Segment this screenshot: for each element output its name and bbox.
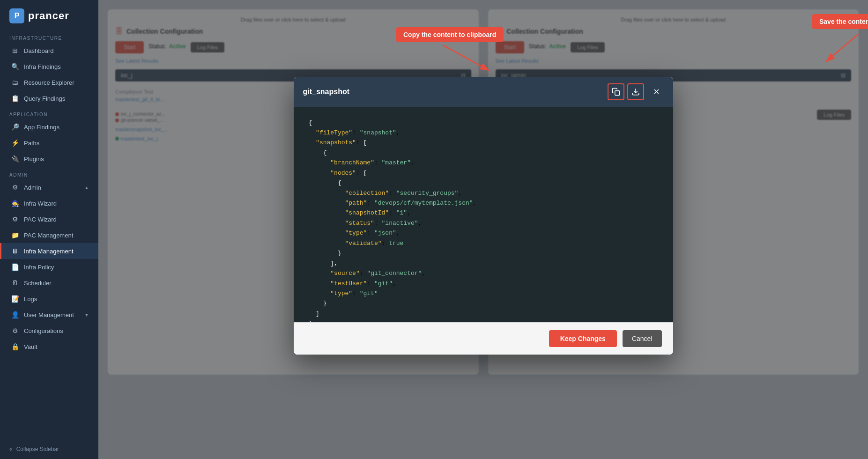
admin-icon: ⚙ (11, 184, 19, 191)
dashboard-icon: ⊞ (11, 47, 19, 54)
copy-to-clipboard-button[interactable] (608, 83, 624, 100)
sidebar-item-label: Resource Explorer (24, 79, 74, 86)
modal-dialog: git_snapshot (294, 77, 673, 355)
copy-tooltip-arrow (443, 45, 499, 78)
sidebar-item-label: Infra Findings (24, 63, 61, 70)
sidebar-item-pac-management[interactable]: 📁 PAC Management (0, 227, 98, 243)
sidebar-item-dashboard[interactable]: ⊞ Dashboard (0, 43, 98, 59)
logo-text: prancer (28, 10, 69, 22)
sidebar-item-infra-findings[interactable]: 🔍 Infra Findings (0, 59, 98, 74)
modal-header: git_snapshot (294, 77, 673, 107)
svg-line-1 (443, 45, 490, 71)
vault-icon: 🔒 (11, 343, 19, 350)
sidebar-item-label: Infra Management (24, 248, 74, 255)
sidebar-item-infra-policy[interactable]: 📄 Infra Policy (0, 259, 98, 275)
sidebar-item-app-findings[interactable]: 🔎 App Findings (0, 119, 98, 135)
sidebar-item-pac-wizard[interactable]: ⚙ PAC Wizard (0, 211, 98, 227)
sidebar-item-label: Query Findings (24, 95, 65, 102)
save-tooltip: Save the content as a file (812, 14, 868, 29)
sidebar-item-label: PAC Wizard (24, 216, 57, 223)
cancel-button[interactable]: Cancel (623, 330, 662, 347)
svg-line-3 (826, 34, 859, 62)
modal-title: git_snapshot (303, 88, 350, 96)
collapse-sidebar[interactable]: « Collapse Sidebar (0, 439, 98, 459)
sidebar-item-plugins[interactable]: 🔌 Plugins (0, 151, 98, 167)
sidebar-item-label: App Findings (24, 124, 59, 131)
section-label-application: Application (0, 106, 98, 119)
sidebar-item-infra-management[interactable]: 🖥 Infra Management (0, 243, 98, 259)
infra-findings-icon: 🔍 (11, 63, 19, 70)
svg-rect-4 (615, 90, 619, 95)
modal-body: { "fileType": "snapshot", "snapshots": [… (294, 107, 673, 322)
plugins-icon: 🔌 (11, 155, 19, 163)
sidebar-item-label: Dashboard (24, 47, 54, 54)
sidebar-item-label: Paths (24, 140, 39, 147)
infra-wizard-icon: 🧙 (11, 200, 19, 207)
expand-icon: ▲ (84, 185, 89, 190)
pac-wizard-icon: ⚙ (11, 215, 19, 223)
sidebar-item-paths[interactable]: ⚡ Paths (0, 135, 98, 151)
sidebar-item-label: User Management (24, 311, 74, 318)
query-findings-icon: 📋 (11, 95, 19, 102)
sidebar-item-label: Vault (24, 343, 37, 350)
modal-footer: Keep Changes Cancel (294, 322, 673, 355)
sidebar-item-label: PAC Management (24, 232, 73, 239)
sidebar-item-configurations[interactable]: ⚙ Configurations (0, 323, 98, 339)
sidebar-item-label: Infra Policy (24, 264, 54, 271)
sidebar-item-resource-explorer[interactable]: 🗂 Resource Explorer (0, 74, 98, 90)
save-tooltip-arrow (821, 34, 868, 71)
user-management-icon: 👤 (11, 311, 19, 318)
infra-policy-icon: 📄 (11, 263, 19, 271)
resource-explorer-icon: 🗂 (11, 79, 19, 86)
modal-overlay: Copy the content to clipboard Save the c… (98, 0, 868, 459)
paths-icon: ⚡ (11, 139, 19, 147)
sidebar-item-label: Configurations (24, 327, 63, 334)
sidebar-item-scheduler[interactable]: 🗓 Scheduler (0, 275, 98, 291)
download-icon (631, 88, 640, 96)
sidebar-item-query-findings[interactable]: 📋 Query Findings (0, 90, 98, 106)
scheduler-icon: 🗓 (11, 279, 19, 287)
sidebar-item-admin[interactable]: ⚙ Admin ▲ (0, 179, 98, 195)
logs-icon: 📝 (11, 295, 19, 303)
save-as-file-button[interactable] (627, 83, 644, 100)
app-findings-icon: 🔎 (11, 123, 19, 131)
sidebar-item-label: Admin (24, 184, 41, 191)
infra-management-icon: 🖥 (11, 247, 19, 255)
configurations-icon: ⚙ (11, 327, 19, 334)
section-label-admin: Admin (0, 167, 98, 179)
sidebar-item-vault[interactable]: 🔒 Vault (0, 339, 98, 355)
logo-area: P prancer (0, 0, 98, 30)
sidebar-item-user-management[interactable]: 👤 User Management ▼ (0, 307, 98, 323)
sidebar-item-logs[interactable]: 📝 Logs (0, 291, 98, 307)
sidebar: P prancer Infrastructure ⊞ Dashboard 🔍 I… (0, 0, 98, 459)
sidebar-item-label: Plugins (24, 155, 44, 163)
collapse-icon: « (9, 446, 13, 452)
sidebar-item-label: Logs (24, 296, 37, 303)
sidebar-item-label: Scheduler (24, 280, 52, 287)
section-label-infrastructure: Infrastructure (0, 30, 98, 43)
sidebar-item-infra-wizard[interactable]: 🧙 Infra Wizard (0, 195, 98, 211)
pac-management-icon: 📁 (11, 231, 19, 239)
main-content: Drag files over or click here to select … (98, 0, 868, 459)
sidebar-item-label: Infra Wizard (24, 200, 57, 207)
keep-changes-button[interactable]: Keep Changes (549, 330, 617, 347)
modal-close-button[interactable]: × (650, 85, 664, 99)
collapse-label: Collapse Sidebar (16, 446, 59, 452)
logo-icon: P (9, 8, 24, 23)
modal-header-actions: × (608, 83, 664, 100)
expand-icon-user: ▼ (84, 312, 89, 318)
copy-icon (612, 88, 620, 96)
copy-tooltip: Copy the content to clipboard (396, 27, 504, 42)
